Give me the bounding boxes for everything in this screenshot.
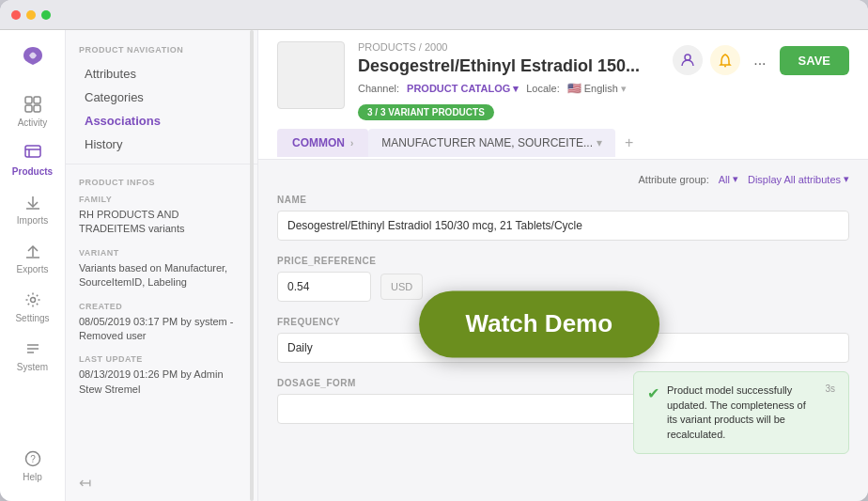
sidebar-item-system[interactable]: System — [0, 331, 65, 380]
app-logo[interactable] — [16, 41, 50, 75]
sidebar-item-label: Imports — [17, 215, 48, 226]
maximize-dot[interactable] — [41, 10, 51, 20]
channel-value[interactable]: PRODUCT CATALOG ▾ — [407, 83, 519, 95]
add-tab-button[interactable]: + — [615, 127, 643, 159]
name-input[interactable] — [277, 211, 849, 241]
svg-rect-4 — [25, 146, 40, 157]
tab-common[interactable]: COMMON › — [277, 129, 368, 157]
variant-badge[interactable]: 3 / 3 VARIANT PRODUCTS — [358, 104, 494, 120]
display-all-attributes-link[interactable]: Display All attributes ▾ — [748, 173, 849, 185]
toast-time: 3s — [825, 384, 835, 394]
chevron-down-icon: ▾ — [844, 173, 849, 185]
product-title: Desogestrel/Ethinyl Estradiol 150... — [358, 56, 640, 76]
svg-point-18 — [724, 66, 726, 68]
sidebar-item-label: Products — [12, 166, 53, 177]
main-content: PRODUCTS / 2000 Desogestrel/Ethinyl Estr… — [258, 30, 868, 501]
left-panel: PRODUCT NAVIGATION Attributes Categories… — [66, 30, 258, 501]
created-label: CREATED — [79, 302, 244, 311]
sidebar-item-exports[interactable]: Exports — [0, 233, 65, 282]
success-icon: ✔ — [647, 384, 659, 402]
product-info-section: PRODUCTS / 2000 Desogestrel/Ethinyl Estr… — [277, 41, 640, 119]
attribute-group-value[interactable]: All ▾ — [719, 173, 738, 185]
svg-text:?: ? — [30, 454, 36, 464]
svg-rect-3 — [34, 105, 40, 112]
currency-badge: USD — [380, 274, 423, 300]
sidebar-item-products[interactable]: Products — [0, 135, 65, 184]
tab-arrow: › — [350, 138, 353, 149]
name-field-label: NAME — [277, 195, 849, 205]
svg-rect-1 — [34, 97, 40, 103]
nav-item-categories[interactable]: Categories — [79, 86, 244, 109]
sidebar-item-label: Activity — [18, 117, 48, 128]
header-actions: ... SAVE — [673, 41, 849, 75]
product-meta: Channel: PRODUCT CATALOG ▾ Locale: 🇺🇸 En… — [358, 82, 640, 95]
last-update-info: LAST UPDATE 08/13/2019 01:26 PM by Admin… — [79, 354, 244, 397]
toast-notification: ✔ Product model successfully updated. Th… — [633, 371, 849, 454]
price-input[interactable] — [277, 272, 371, 302]
product-details: PRODUCTS / 2000 Desogestrel/Ethinyl Estr… — [358, 41, 640, 119]
variant-value: Variants based on Manufacturer, SourceIt… — [79, 261, 244, 290]
chevron-down-icon: ▾ — [621, 83, 627, 95]
locale-flag: 🇺🇸 — [567, 82, 581, 95]
channel-label: Channel: — [358, 83, 399, 94]
more-options-button[interactable]: ... — [748, 48, 771, 72]
locale-value[interactable]: 🇺🇸 English ▾ — [567, 82, 627, 95]
svg-point-11 — [30, 298, 35, 303]
product-infos-section: PRODUCT INFOS FAMILY RH PRODUCTS AND TRA… — [66, 164, 257, 421]
sidebar-item-imports[interactable]: Imports — [0, 184, 65, 233]
minimize-dot[interactable] — [26, 10, 36, 20]
watch-demo-button[interactable]: Watch Demo — [419, 290, 659, 357]
product-image — [277, 41, 345, 109]
chevron-down-icon: ▾ — [733, 173, 738, 185]
app-container: Activity Products — [0, 30, 868, 501]
svg-point-17 — [685, 55, 690, 60]
avatar-icon-button[interactable] — [673, 45, 703, 75]
svg-rect-0 — [25, 97, 32, 103]
variant-label: VARIANT — [79, 248, 244, 258]
scroll-indicator — [250, 30, 254, 501]
attribute-group-prefix: Attribute group: — [639, 174, 709, 185]
nav-section-label: PRODUCT NAVIGATION — [79, 45, 244, 55]
locale-label: Locale: — [526, 83, 559, 94]
sidebar-item-help[interactable]: ? Help — [23, 441, 43, 490]
created-value: 08/05/2019 03:17 PM by system - Removed … — [79, 315, 244, 344]
tag-icon — [23, 143, 43, 164]
attribute-group-row: Attribute group: All ▾ Display All attri… — [277, 173, 849, 185]
chevron-down-icon: ▾ — [597, 136, 602, 149]
sidebar-item-settings[interactable]: Settings — [0, 282, 65, 331]
sidebar-item-activity[interactable]: Activity — [0, 86, 65, 135]
notification-button[interactable] — [710, 45, 740, 75]
browser-chrome — [0, 0, 868, 30]
system-icon — [23, 338, 43, 359]
nav-item-history[interactable]: History — [79, 133, 244, 156]
variant-info: VARIANT Variants based on Manufacturer, … — [79, 248, 244, 290]
collapse-panel-button[interactable]: ↤ — [66, 464, 257, 501]
gear-icon — [23, 290, 43, 310]
export-icon — [23, 241, 43, 261]
toast-message: Product model successfully updated. The … — [667, 384, 817, 442]
product-header: PRODUCTS / 2000 Desogestrel/Ethinyl Estr… — [258, 30, 868, 160]
product-infos-label: PRODUCT INFOS — [79, 178, 244, 187]
import-icon — [23, 192, 43, 212]
nav-item-associations[interactable]: Associations — [79, 109, 244, 133]
main-body: Attribute group: All ▾ Display All attri… — [258, 160, 868, 501]
close-dot[interactable] — [11, 10, 21, 20]
chevron-down-icon: ▾ — [513, 83, 519, 95]
sidebar-item-label: Settings — [15, 313, 49, 323]
help-label: Help — [23, 472, 42, 482]
family-value: RH PRODUCTS AND TRADEITEMS variants — [79, 208, 244, 237]
browser-window: Activity Products — [0, 0, 868, 501]
price-field-label: PRICE_REFERENCE — [277, 256, 849, 266]
name-field-section: NAME — [277, 195, 849, 241]
sidebar: Activity Products — [0, 30, 66, 501]
grid-icon — [23, 94, 43, 115]
tab-manufacturer[interactable]: MANUFACTURER NAME, SOURCEITE... ▾ — [368, 129, 615, 157]
save-button[interactable]: SAVE — [780, 46, 849, 75]
family-info: FAMILY RH PRODUCTS AND TRADEITEMS varian… — [79, 195, 244, 237]
breadcrumb: PRODUCTS / 2000 — [358, 41, 640, 53]
created-info: CREATED 08/05/2019 03:17 PM by system - … — [79, 302, 244, 344]
last-update-value: 08/13/2019 01:26 PM by Admin Stew Streme… — [79, 368, 244, 397]
help-icon: ? — [23, 448, 43, 469]
nav-item-attributes[interactable]: Attributes — [79, 62, 244, 86]
svg-rect-2 — [25, 105, 32, 112]
